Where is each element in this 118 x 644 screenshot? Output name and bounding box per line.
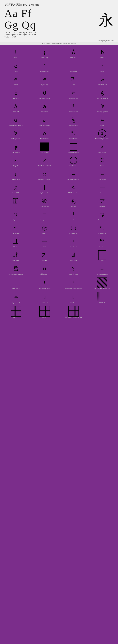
- grid-cell: e IPA Ext: [2, 60, 30, 73]
- grid-cell: CJK Ext E: [2, 305, 30, 319]
- grid-cell: ㄅ Bopomofo: [2, 208, 30, 222]
- grid-cell: 𠀀 CJK Ext B: [30, 291, 59, 305]
- cell-glyph-area: ힰ: [60, 250, 87, 260]
- grid-cell: Sup Arrows A: [59, 154, 88, 168]
- cell-label: PUA: [101, 260, 104, 261]
- cell-label: CJK Compat: [98, 233, 106, 234]
- glyph-char: ·: [101, 63, 104, 69]
- grid-cell: ∞ Diacriticals Ext: [88, 74, 117, 87]
- grid-cell: ㆠ Bopomofo Ext: [88, 208, 117, 222]
- cell-label: CJK Radicals Sup: [68, 192, 79, 194]
- grid-cell: ⺀ CJK Radicals Sup: [59, 182, 88, 195]
- cell-label: Modifier Letters: [40, 70, 49, 72]
- glyph-char: ㆐: [71, 212, 76, 218]
- glyph-char: b: [101, 49, 104, 56]
- cell-label: CJK Ext D: [99, 302, 105, 304]
- grid-cell: a Punctuation: [30, 100, 59, 114]
- cell-label: Small Forms: [12, 288, 20, 289]
- glyph-char: ㍉: [100, 225, 105, 231]
- glyph-char: ←: [101, 117, 104, 123]
- cell-label: Letterlike Symbols: [39, 124, 50, 126]
- grid-cell: ␀ Control Pictures: [59, 128, 88, 141]
- cell-glyph-area: ！: [31, 278, 58, 288]
- cell-label: Math Operators: [11, 138, 20, 140]
- grid-cell: ⁰ Super And Sub: [59, 100, 88, 114]
- glyph-grid: ! ASCII ¡ Latin 1 Sup Ā Latin Ext A b La…: [0, 45, 118, 321]
- cell-label: Kanbun: [71, 219, 76, 221]
- cell-glyph-area: [89, 278, 116, 288]
- cell-label: Alphabetic FF: [40, 274, 49, 275]
- grid-cell: ﹖ Vertical Forms: [59, 263, 88, 276]
- cell-glyph-area: ⼀: [89, 183, 116, 192]
- cell-glyph-area: ·: [89, 61, 116, 70]
- grid-cell: α Diacriticals For Symbols: [2, 114, 30, 127]
- cell-label: CJK Ext C: [70, 302, 77, 304]
- cell-label: Geometric Shapes: [68, 152, 79, 153]
- grid-cell: ✏ Misc Arrows: [88, 168, 117, 181]
- glyph-char: ⿰: [13, 198, 18, 204]
- cell-label: Jamo: [72, 84, 75, 86]
- grid-cell: ㇀ CJK Strokes: [2, 222, 30, 235]
- grid-cell: ㆐ Kanbun: [59, 208, 88, 222]
- cell-glyph-area: ﹖: [60, 264, 87, 274]
- grid-cell: 㐀 CJK Ext A: [2, 236, 30, 249]
- cell-glyph-area: !: [2, 48, 30, 57]
- cell-glyph-area: ∀: [2, 129, 30, 138]
- cell-label: Phonetic Ext Sup: [39, 98, 50, 99]
- glyph-char: a: [43, 104, 46, 110]
- grid-cell: CJK Compat Ideographs Sup: [59, 305, 88, 319]
- cell-label: CJK Strokes: [12, 233, 20, 234]
- cell-glyph-area: [31, 142, 58, 152]
- cell-label: Enclosed Alphanumeric: [95, 138, 109, 140]
- cell-glyph-area: 가: [31, 250, 58, 260]
- striped-pattern: [97, 278, 107, 288]
- latin-sample: Aa FfGg Qq: [5, 8, 36, 31]
- cell-glyph-area: ア: [89, 196, 116, 206]
- cell-label: Block Elements: [40, 152, 49, 153]
- cell-label: IPA Ext: [14, 70, 18, 72]
- cell-label: Jamo Ext A: [99, 246, 106, 248]
- rect-outline: [98, 250, 106, 260]
- glyph-char: ℊ: [43, 117, 46, 123]
- header: 等距更紗黑體 HC Extralight Aa FfGg Qq 永 ⌒ ABCD…: [0, 0, 118, 39]
- cell-label: CJK Ext A: [13, 246, 19, 248]
- cell-glyph-area: ₠: [89, 102, 116, 111]
- glyph-char: È: [14, 90, 17, 96]
- cell-glyph-area: [31, 306, 58, 316]
- cell-glyph-area: 㐀: [2, 237, 30, 246]
- grid-cell: ∷ Misc Math Symbols B: [30, 168, 59, 181]
- cell-label: Bopomofo: [13, 219, 19, 221]
- grid-cell: ☀ Misc Symbol: [88, 141, 117, 154]
- grid-cell: ꜣ Latin Ext D: [59, 236, 88, 249]
- glyph-char: ⤀: [14, 294, 18, 300]
- cell-glyph-area: 𠀀: [31, 292, 58, 302]
- glyph-char: ⟀: [43, 158, 46, 164]
- grid-cell: ↓ Sup Arrows B: [2, 168, 30, 181]
- cell-glyph-area: ✂: [2, 156, 30, 165]
- glyph-char: ←: [72, 171, 75, 177]
- alphabet-upper: ABCDEFGHIJKLMNOPQRSTUVWXYZ: [5, 32, 113, 34]
- cell-label: Sup Arrows C: [12, 302, 20, 304]
- cell-glyph-area: 🄰: [60, 278, 87, 288]
- grid-cell: ⌐ Diacriticals Sup: [59, 87, 88, 100]
- cell-label: Greek: [100, 70, 104, 72]
- cell-label: Control Pictures: [69, 138, 78, 140]
- grid-cell: È Phonetic Ext: [2, 87, 30, 100]
- grid-cell: ʰ Modifier Letters: [30, 60, 59, 73]
- grid-cell: ⁅ Sup Punctuation: [30, 182, 59, 195]
- cell-label: Diacriticals Ext: [98, 84, 107, 86]
- grid-cell: ← Sup Math Operators: [59, 168, 88, 181]
- cell-glyph-area: ←: [89, 115, 116, 124]
- cell-glyph-area: ╔: [2, 142, 30, 152]
- cell-label: Misc Math Symbols A: [38, 165, 51, 166]
- grid-cell: 𪜀 CJK Ext C: [59, 291, 88, 305]
- glyph-char: 가: [42, 252, 47, 259]
- glyph-char: ∷: [43, 171, 46, 177]
- glyph-char: ╔: [14, 144, 17, 150]
- cell-glyph-area: b: [89, 48, 116, 57]
- glyph-char: ㋐: [42, 224, 47, 232]
- cell-label: CJK Ext E: [13, 316, 19, 318]
- cell-label: Arrows: [100, 124, 104, 126]
- cell-glyph-area: ꜣ: [60, 237, 87, 246]
- cell-label: Phonetic Ext: [12, 98, 20, 99]
